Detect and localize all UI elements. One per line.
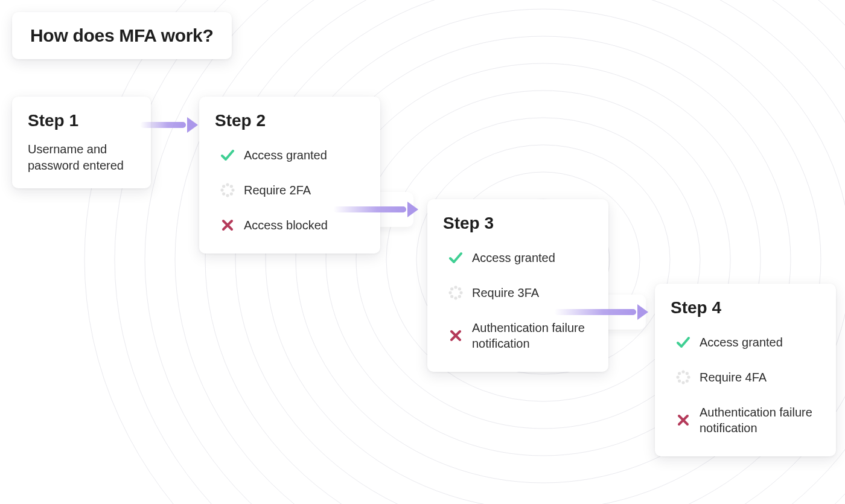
step-2-title: Step 2	[215, 111, 365, 130]
step-4-item-granted-label: Access granted	[700, 334, 783, 350]
spinner-icon	[448, 285, 464, 301]
step-2-item-granted-label: Access granted	[244, 147, 327, 163]
spinner-icon	[220, 182, 235, 198]
spinner-icon	[675, 369, 691, 385]
arrow-step3-to-step4	[554, 302, 651, 322]
step-1-desc: Username and password entered	[28, 141, 135, 174]
check-icon	[448, 250, 464, 266]
step-4-item-failure-label: Authentication failure notification	[700, 404, 813, 436]
x-icon	[220, 217, 235, 233]
step-2-item-require-label: Require 2FA	[244, 182, 311, 198]
step-4-title: Step 4	[671, 298, 820, 317]
step-2-item-granted: Access granted	[215, 141, 365, 169]
check-icon	[220, 147, 235, 163]
step-3-card: Step 3 Access granted Require 3FA Authen…	[427, 199, 608, 372]
step-2-item-blocked-label: Access blocked	[244, 217, 328, 233]
step-2-card: Step 2 Access granted Require 2FA Access…	[199, 97, 380, 254]
arrow-step2-to-step3	[333, 199, 421, 220]
step-4-item-failure: Authentication failure notification	[671, 398, 820, 442]
step-1-title: Step 1	[28, 111, 135, 130]
step-3-item-require-label: Require 3FA	[472, 285, 539, 301]
title-card: How does MFA work?	[12, 12, 232, 59]
step-3-items: Access granted Require 3FA Authenticatio…	[443, 244, 593, 357]
step-4-card: Step 4 Access granted Require 4FA Authen…	[655, 284, 836, 456]
step-3-title: Step 3	[443, 214, 593, 233]
x-icon	[675, 412, 691, 428]
step-4-item-require: Require 4FA	[671, 363, 820, 391]
step-4-items: Access granted Require 4FA Authenticatio…	[671, 328, 820, 442]
x-icon	[448, 328, 464, 343]
step-2-items: Access granted Require 2FA Access blocke…	[215, 141, 365, 239]
step-3-item-granted-label: Access granted	[472, 250, 555, 266]
step-3-item-failure-label: Authentication failure notification	[472, 320, 585, 351]
step-4-item-require-label: Require 4FA	[700, 369, 767, 385]
step-3-item-granted: Access granted	[443, 244, 593, 272]
check-icon	[675, 334, 691, 350]
diagram-stage: How does MFA work? Step 1 Username and p…	[0, 0, 845, 504]
arrow-step1-to-step2	[140, 115, 200, 135]
step-1-card: Step 1 Username and password entered	[12, 97, 151, 188]
page-title: How does MFA work?	[30, 25, 214, 46]
step-4-item-granted: Access granted	[671, 328, 820, 356]
